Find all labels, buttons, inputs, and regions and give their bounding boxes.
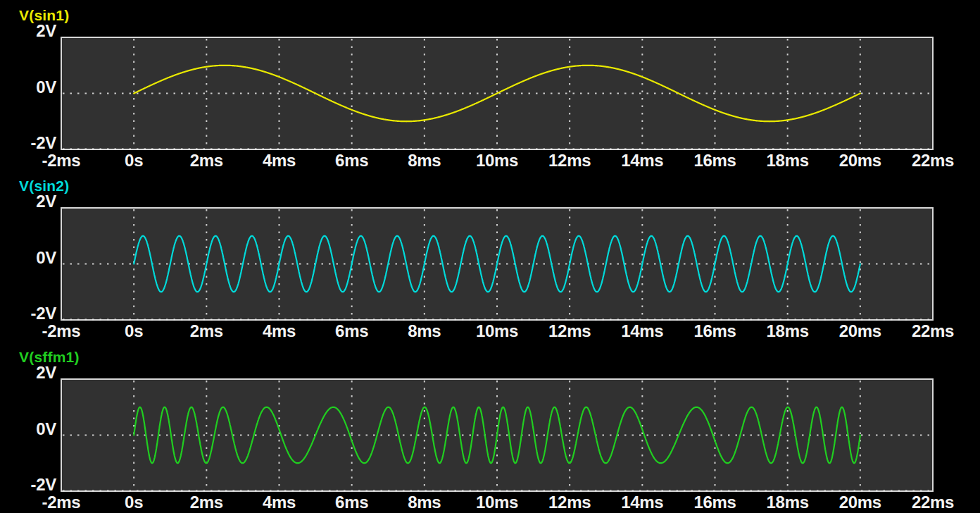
x-tick-label: 2ms xyxy=(172,152,240,169)
y-tick-label: 0V xyxy=(0,421,56,438)
x-tick-label: 18ms xyxy=(754,494,822,511)
y-tick-label: 0V xyxy=(0,249,56,266)
x-tick-label: 10ms xyxy=(463,152,531,169)
x-tick-label: 6ms xyxy=(318,494,386,511)
y-tick-label: -2V xyxy=(0,476,56,493)
x-tick-label: 12ms xyxy=(536,323,603,340)
x-tick-label: 14ms xyxy=(608,152,676,169)
x-tick-label: 18ms xyxy=(754,152,822,169)
x-tick-label: 16ms xyxy=(681,494,749,511)
x-tick-label: -2ms xyxy=(27,152,95,169)
x-tick-label: 4ms xyxy=(246,494,313,511)
x-tick-label: 14ms xyxy=(608,323,676,340)
y-tick-label: 2V xyxy=(0,364,56,381)
x-tick-label: -2ms xyxy=(27,494,95,511)
waveform-viewer: V(sin1)2V0V-2V-2ms0s2ms4ms6ms8ms10ms12ms… xyxy=(0,0,980,513)
x-tick-label: 12ms xyxy=(536,152,603,169)
x-tick-label: 16ms xyxy=(681,152,749,169)
x-tick-label: 20ms xyxy=(827,323,894,340)
y-tick-label: -2V xyxy=(0,135,56,152)
x-tick-label: 22ms xyxy=(899,152,967,169)
x-tick-label: 0s xyxy=(100,152,168,169)
plot-area-v-sin1[interactable] xyxy=(61,37,934,150)
x-tick-label: 0s xyxy=(100,494,168,511)
x-tick-label: 6ms xyxy=(318,152,386,169)
x-tick-label: 20ms xyxy=(827,152,894,169)
y-tick-label: 0V xyxy=(0,79,56,96)
x-tick-label: 8ms xyxy=(391,323,458,340)
x-tick-label: 2ms xyxy=(172,494,240,511)
y-tick-label: -2V xyxy=(0,305,56,322)
y-tick-label: 2V xyxy=(0,193,56,210)
x-tick-label: 10ms xyxy=(463,323,531,340)
x-tick-label: 8ms xyxy=(391,494,458,511)
x-tick-label: 18ms xyxy=(754,323,822,340)
x-tick-label: 22ms xyxy=(899,494,967,511)
x-tick-label: 14ms xyxy=(608,494,676,511)
y-tick-label: 2V xyxy=(0,23,56,39)
x-tick-label: 8ms xyxy=(391,152,458,169)
x-tick-label: 2ms xyxy=(172,323,240,340)
x-tick-label: 22ms xyxy=(899,323,967,340)
plot-area-v-sffm1[interactable] xyxy=(61,378,934,492)
x-tick-label: 0s xyxy=(100,323,168,340)
x-tick-label: 6ms xyxy=(318,323,386,340)
x-tick-label: 12ms xyxy=(536,494,603,511)
x-tick-label: 20ms xyxy=(827,494,894,511)
plot-area-v-sin2[interactable] xyxy=(61,207,934,321)
x-tick-label: -2ms xyxy=(27,323,95,340)
x-tick-label: 16ms xyxy=(681,323,749,340)
x-tick-label: 4ms xyxy=(246,152,313,169)
x-tick-label: 10ms xyxy=(463,494,531,511)
x-tick-label: 4ms xyxy=(246,323,313,340)
